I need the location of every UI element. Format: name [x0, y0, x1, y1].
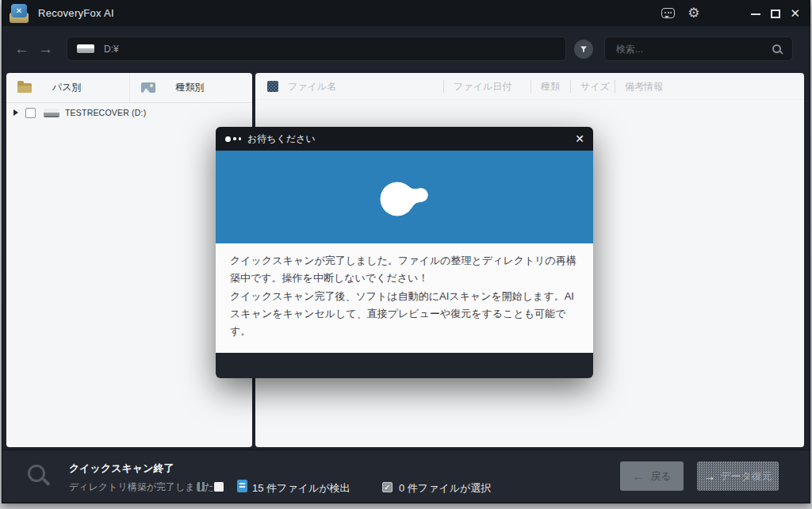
wait-dialog-body: クイックスキャンが完了しました。ファイルの整理とディレクトリの再構築中です。操作… — [216, 243, 593, 353]
files-selected-text: 0 件ファイルが選択 — [399, 481, 491, 496]
select-all-checkbox[interactable] — [267, 81, 278, 92]
settings-gear-icon[interactable]: ⚙ — [688, 6, 699, 20]
navbar: ← → D:¥ — [2, 26, 810, 71]
wait-dialog-line1: クイックスキャンが完了しました。ファイルの整理とディレクトリの再構築中です。操作… — [230, 252, 579, 288]
loading-dots-icon — [225, 136, 241, 142]
wait-dialog-footer — [216, 353, 593, 378]
column-size[interactable]: サイズ — [570, 80, 610, 93]
folder-icon — [17, 83, 32, 93]
maximize-button[interactable] — [771, 10, 780, 18]
wait-dialog-title: お待ちください — [247, 132, 316, 146]
desktop: ✕ RecoveryFox AI ⚙ ✕ ← → D:¥ — [0, 0, 812, 509]
column-notes[interactable]: 備考情報 — [615, 80, 663, 93]
wait-dialog-hero — [216, 151, 593, 243]
scan-status-title: クイックスキャン終了 — [69, 461, 174, 476]
search-icon — [772, 44, 781, 53]
current-path: D:¥ — [104, 44, 119, 55]
app-window: ✕ RecoveryFox AI ⚙ ✕ ← → D:¥ — [2, 0, 810, 503]
wait-dialog-line2: クイックスキャン完了後、ソフトは自動的にAIスキャンを開始します。AIスキャンを… — [230, 288, 579, 341]
path-bar[interactable]: D:¥ — [67, 36, 566, 61]
search-input[interactable] — [605, 44, 772, 55]
drive-checkbox[interactable] — [25, 108, 36, 118]
column-type[interactable]: 種類 — [530, 80, 560, 93]
expander-icon[interactable] — [13, 109, 18, 116]
back-button[interactable]: ← 戻る — [620, 461, 684, 491]
file-table-header: ファイル名 ファイル日付 種類 サイズ 備考情報 — [255, 73, 804, 100]
search-box — [604, 36, 793, 61]
wait-dialog-titlebar: お待ちください ✕ — [216, 127, 593, 151]
recover-button-arrow-icon: → — [703, 469, 715, 483]
back-arrow-icon[interactable]: ← — [14, 40, 29, 58]
wait-dialog-close-icon[interactable]: ✕ — [575, 133, 584, 144]
app-logo-icon: ✕ — [9, 4, 29, 23]
files-selected-checkbox[interactable]: ✓ — [382, 482, 393, 492]
tree-item-drive[interactable]: TESTRECOVER (D:) — [6, 105, 252, 121]
scan-status-subtitle: ディレクトリ構築が完了しました — [69, 480, 214, 494]
tab-by-path[interactable]: パス別 — [6, 73, 129, 102]
menu-icon[interactable] — [714, 9, 726, 18]
funnel-icon — [579, 44, 588, 54]
drive-label: TESTRECOVER (D:) — [65, 108, 146, 117]
column-filedate[interactable]: ファイル日付 — [443, 80, 511, 93]
minimize-button[interactable] — [750, 8, 761, 19]
close-button[interactable]: ✕ — [790, 7, 800, 19]
column-filename[interactable]: ファイル名 — [288, 80, 336, 93]
feedback-icon[interactable] — [661, 8, 675, 18]
blob-spinner-icon — [361, 169, 448, 226]
forward-arrow-icon[interactable]: → — [38, 40, 52, 58]
stop-icon[interactable] — [214, 482, 224, 492]
drive-icon — [44, 109, 59, 117]
image-icon — [141, 82, 155, 93]
app-title: RecoveryFox AI — [38, 7, 114, 19]
file-icon — [237, 480, 247, 492]
titlebar: ✕ RecoveryFox AI ⚙ ✕ — [2, 0, 810, 26]
back-button-arrow-icon: ← — [632, 469, 644, 483]
pause-icon[interactable] — [197, 482, 205, 492]
filter-button[interactable] — [574, 40, 593, 59]
files-detected-text: 15 件ファイルが検出 — [252, 481, 350, 496]
statusbar: クイックスキャン終了 ディレクトリ構築が完了しました 15 件ファイルが検出 ✓… — [2, 450, 810, 503]
wait-dialog: お待ちください ✕ クイ — [216, 127, 593, 378]
data-recover-button[interactable]: → データ復元 — [697, 461, 779, 491]
drive-icon — [77, 44, 94, 53]
tab-by-type[interactable]: 種類別 — [129, 73, 253, 102]
sidebar-tabs: パス別 種類別 — [6, 73, 252, 103]
scan-status-icon — [28, 465, 45, 482]
